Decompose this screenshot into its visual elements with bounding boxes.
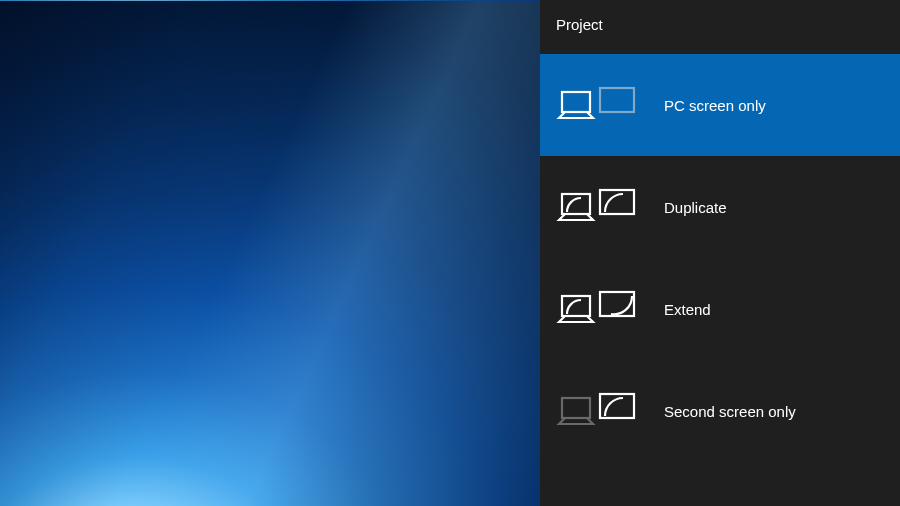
- option-second-screen-only[interactable]: Second screen only: [540, 360, 900, 462]
- extend-icon: [556, 289, 638, 329]
- option-duplicate[interactable]: Duplicate: [540, 156, 900, 258]
- svg-rect-1: [600, 88, 634, 112]
- option-pc-screen-only[interactable]: PC screen only: [540, 54, 900, 156]
- svg-rect-6: [562, 398, 590, 418]
- option-label: Second screen only: [664, 403, 796, 420]
- svg-rect-5: [600, 292, 634, 316]
- option-label: PC screen only: [664, 97, 766, 114]
- duplicate-icon: [556, 187, 638, 227]
- second-screen-only-icon: [556, 391, 638, 431]
- svg-rect-0: [562, 92, 590, 112]
- project-panel: Project PC screen only: [540, 0, 900, 506]
- desktop-wallpaper: [0, 0, 540, 506]
- panel-title: Project: [540, 0, 900, 54]
- option-extend[interactable]: Extend: [540, 258, 900, 360]
- option-label: Duplicate: [664, 199, 727, 216]
- pc-screen-only-icon: [556, 85, 638, 125]
- option-label: Extend: [664, 301, 711, 318]
